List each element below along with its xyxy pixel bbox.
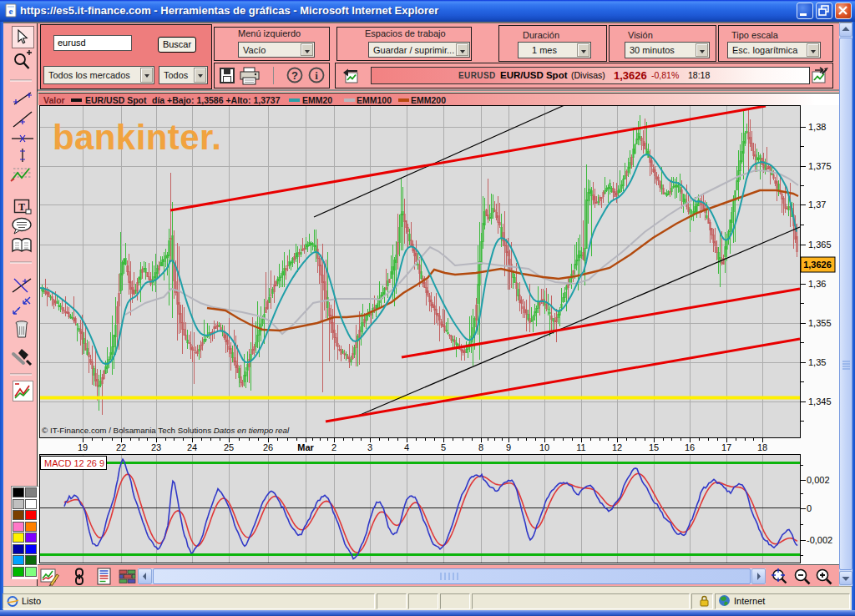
svg-text:Mar: Mar [297,442,314,452]
svg-text:15: 15 [649,442,659,452]
svg-text:T: T [18,201,25,213]
svg-text:8: 8 [478,442,483,452]
svg-text:1,3626: 1,3626 [803,260,832,270]
svg-text:1,365: 1,365 [808,240,832,250]
svg-text:18: 18 [757,442,767,452]
svg-text:0,002: 0,002 [807,475,830,485]
svg-text:24: 24 [187,442,197,452]
svg-text:19: 19 [78,442,88,452]
svg-text:bankinter.: bankinter. [53,118,221,157]
svg-text:1,36: 1,36 [808,279,826,289]
svg-text:16: 16 [685,442,695,452]
svg-text:17: 17 [721,442,731,452]
svg-text:1,38: 1,38 [808,122,826,132]
svg-text:-0,002: -0,002 [807,535,832,545]
svg-text:1,345: 1,345 [808,396,832,406]
svg-text:3: 3 [367,442,372,452]
svg-text:9: 9 [506,442,511,452]
svg-text:12: 12 [612,442,622,452]
svg-text:23: 23 [151,442,161,452]
svg-text:25: 25 [224,442,234,452]
svg-text:© IT-Finance.com / Bolsamania: © IT-Finance.com / Bolsamania Tech Solut… [42,426,290,435]
svg-text:1,355: 1,355 [808,318,832,328]
svg-text:1,375: 1,375 [808,161,832,171]
svg-text:1,37: 1,37 [808,199,826,210]
svg-text:5: 5 [441,442,446,452]
svg-text:?: ? [291,69,298,82]
svg-text:4: 4 [404,442,409,452]
svg-text:22: 22 [116,442,126,452]
svg-text:1,35: 1,35 [808,357,826,367]
svg-text:2: 2 [331,442,336,452]
svg-text:MACD 12 26 9: MACD 12 26 9 [44,458,104,468]
svg-text:10: 10 [539,442,549,452]
svg-text:e: e [9,6,13,16]
svg-text:i: i [315,69,318,82]
svg-text:26: 26 [263,442,273,452]
svg-text:11: 11 [576,442,585,452]
svg-text:0: 0 [807,503,812,513]
